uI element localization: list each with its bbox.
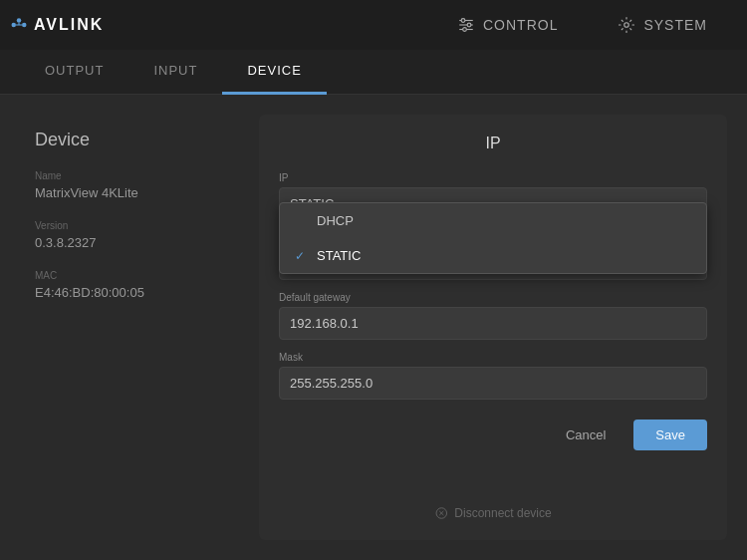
cancel-button[interactable]: Cancel	[548, 420, 623, 450]
device-mac-label: MAC	[35, 270, 224, 281]
svg-point-10	[463, 28, 467, 32]
nav-system[interactable]: SYSTEM	[588, 0, 737, 50]
svg-point-1	[17, 18, 22, 23]
ip-dropdown[interactable]: DHCP ✓ STATIC	[279, 202, 707, 274]
gateway-input[interactable]	[279, 307, 707, 340]
mask-section: Mask	[279, 352, 707, 400]
dhcp-check	[295, 214, 309, 228]
sliders-icon	[457, 16, 475, 34]
device-version-label: Version	[35, 220, 224, 231]
dropdown-dhcp[interactable]: DHCP	[280, 203, 706, 238]
dropdown-static[interactable]: ✓ STATIC	[280, 238, 706, 273]
logo: AVLINK	[10, 16, 104, 34]
panel-title: IP	[279, 135, 707, 152]
left-panel: Device Name MatrixView 4KLite Version 0.…	[20, 115, 239, 540]
static-label: STATIC	[317, 248, 361, 263]
device-name-row: Name MatrixView 4KLite	[35, 170, 224, 200]
tab-device[interactable]: DEVICE	[222, 50, 326, 95]
mask-input[interactable]	[279, 367, 707, 400]
disconnect-row[interactable]: Disconnect device	[434, 506, 551, 520]
svg-point-0	[12, 23, 17, 28]
save-button[interactable]: Save	[633, 420, 707, 450]
logo-text: AVLINK	[34, 16, 104, 34]
dhcp-label: DHCP	[317, 213, 354, 228]
sub-tabs: OUTPUT INPUT DEVICE	[0, 50, 747, 95]
nav-items: CONTROL SYSTEM	[427, 0, 737, 50]
device-title: Device	[35, 130, 224, 150]
nav-control[interactable]: CONTROL	[427, 0, 588, 50]
device-version-value: 0.3.8.2327	[35, 235, 224, 250]
device-name-value: MatrixView 4KLite	[35, 185, 224, 200]
disconnect-icon	[434, 506, 448, 520]
tab-output[interactable]: OUTPUT	[20, 50, 128, 95]
ip-label: IP	[279, 172, 707, 183]
mask-label: Mask	[279, 352, 707, 363]
right-panel: IP IP DHCP STATIC ▼ DHCP ✓ STATIC	[259, 115, 727, 540]
device-name-label: Name	[35, 170, 224, 181]
button-row: Cancel Save	[279, 420, 707, 450]
top-nav: AVLINK CONTROL SYSTEM	[0, 0, 747, 50]
svg-point-2	[22, 23, 27, 28]
device-mac-row: MAC E4:46:BD:80:00:05	[35, 270, 224, 300]
static-check: ✓	[295, 249, 309, 263]
nav-system-label: SYSTEM	[643, 17, 707, 33]
gear-icon	[618, 16, 635, 34]
svg-point-8	[461, 19, 465, 23]
tab-input[interactable]: INPUT	[128, 50, 222, 95]
svg-point-11	[624, 23, 629, 28]
gateway-section: Default gateway	[279, 292, 707, 340]
gateway-label: Default gateway	[279, 292, 707, 303]
main-content: Device Name MatrixView 4KLite Version 0.…	[0, 95, 747, 560]
device-mac-value: E4:46:BD:80:00:05	[35, 285, 224, 300]
disconnect-label: Disconnect device	[454, 506, 551, 520]
svg-point-9	[467, 23, 471, 27]
device-version-row: Version 0.3.8.2327	[35, 220, 224, 250]
nav-control-label: CONTROL	[483, 17, 558, 33]
